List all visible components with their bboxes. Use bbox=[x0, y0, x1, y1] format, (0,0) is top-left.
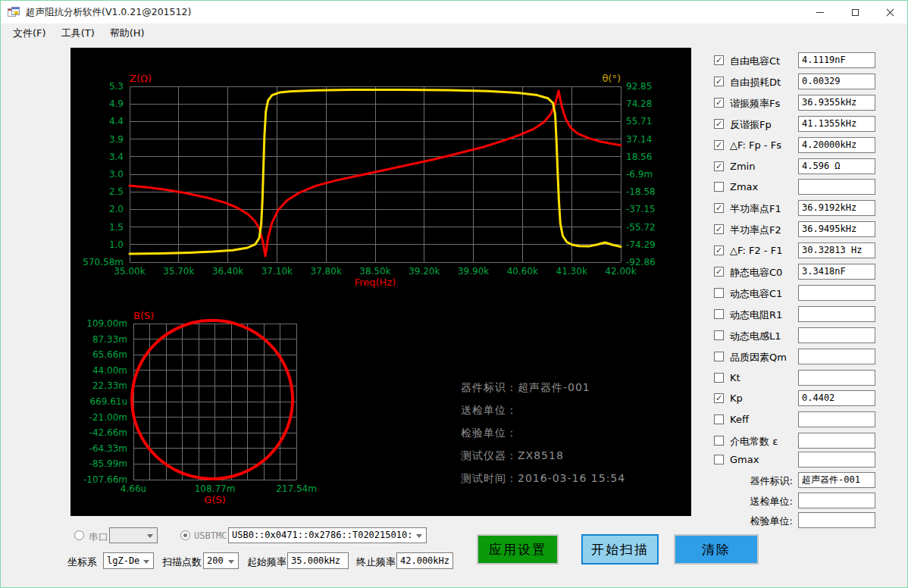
param-label: 半功率点F1 bbox=[730, 202, 781, 216]
param-value-field[interactable] bbox=[798, 433, 875, 449]
param-row: ✓半功率点F136.9192kHz bbox=[709, 199, 905, 218]
coord-system-combo[interactable]: lgZ-Deg bbox=[103, 552, 154, 569]
apply-settings-button[interactable]: 应用设置 bbox=[477, 534, 559, 565]
impedance-right-axis-title: θ(°) bbox=[602, 73, 621, 84]
maximize-button[interactable] bbox=[838, 1, 872, 23]
impedance-y-left-tick: 2.0 bbox=[109, 204, 124, 214]
param-value-field[interactable]: 4.20000kHz bbox=[798, 137, 875, 153]
impedance-y-right-tick: -55.72 bbox=[626, 222, 656, 233]
menu-tools[interactable]: 工具(T) bbox=[54, 24, 102, 42]
impedance-y-left-tick: 1.5 bbox=[109, 222, 124, 233]
serial-radio[interactable] bbox=[74, 530, 84, 540]
scan-points-combo[interactable]: 2001 bbox=[203, 552, 239, 569]
param-checkbox-8[interactable]: ✓ bbox=[714, 203, 724, 213]
chevron-down-icon bbox=[228, 560, 234, 564]
param-value-field[interactable] bbox=[798, 306, 875, 322]
admittance-y-left-tick: 669.61u bbox=[89, 396, 127, 407]
param-value-field[interactable]: 36.9495kHz bbox=[798, 221, 875, 237]
admittance-x-axis-title: G(S) bbox=[204, 494, 225, 505]
admittance-y-left-tick: 87.33m bbox=[92, 334, 127, 345]
identity-value-field[interactable]: 超声器件-001 bbox=[798, 472, 875, 488]
usbtmc-address-combo[interactable]: USB0::0x0471::0x2786::T020215010::INSTR bbox=[228, 527, 427, 543]
param-checkbox-5[interactable]: ✓ bbox=[714, 140, 724, 150]
param-checkbox-10[interactable]: ✓ bbox=[714, 246, 724, 255]
menu-help[interactable]: 帮助(H) bbox=[102, 24, 152, 42]
impedance-y-right-tick: 74.28 bbox=[626, 99, 652, 109]
param-value-field[interactable]: 36.9355kHz bbox=[798, 95, 875, 111]
param-checkbox-1[interactable]: ✓ bbox=[714, 55, 724, 65]
usbtmc-label: USBTMC bbox=[194, 530, 227, 541]
param-value-field[interactable] bbox=[798, 452, 875, 468]
param-checkbox-16[interactable] bbox=[714, 373, 724, 383]
title-bar: 超声阻抗分析软件(V1.0.21@201512) bbox=[1, 1, 907, 23]
param-value-field[interactable] bbox=[798, 285, 875, 301]
param-label: Kt bbox=[730, 372, 740, 383]
close-button[interactable] bbox=[872, 1, 907, 23]
impedance-x-tick: 35.70k bbox=[163, 266, 194, 277]
impedance-y-right-tick: 55.71 bbox=[626, 116, 652, 127]
chevron-down-icon bbox=[416, 534, 422, 538]
impedance-y-left-tick: 4.4 bbox=[109, 116, 124, 127]
param-value-field[interactable] bbox=[798, 349, 875, 364]
serial-port-combo[interactable] bbox=[109, 527, 158, 543]
param-checkbox-3[interactable]: ✓ bbox=[714, 98, 724, 108]
param-row: Keff bbox=[709, 410, 905, 430]
impedance-x-tick: 39.90k bbox=[458, 266, 489, 277]
impedance-y-left-tick: 1.0 bbox=[109, 239, 124, 250]
param-checkbox-19[interactable] bbox=[714, 436, 724, 446]
param-value-field[interactable] bbox=[798, 411, 875, 427]
app-icon bbox=[8, 7, 20, 17]
impedance-y-left-tick: 5.3 bbox=[109, 81, 124, 92]
param-checkbox-14[interactable] bbox=[714, 330, 724, 340]
start-scan-button[interactable]: 开始扫描 bbox=[581, 534, 659, 565]
param-checkbox-9[interactable]: ✓ bbox=[714, 224, 724, 234]
param-checkbox-6[interactable]: ✓ bbox=[714, 161, 724, 171]
minimize-button[interactable] bbox=[803, 1, 838, 23]
admittance-y-left-tick: 109.00m bbox=[86, 318, 127, 329]
param-checkbox-2[interactable]: ✓ bbox=[714, 77, 724, 86]
param-value-field[interactable] bbox=[798, 179, 875, 195]
param-value-field[interactable]: 30.32813 Hz bbox=[798, 242, 875, 258]
param-checkbox-7[interactable] bbox=[714, 182, 724, 192]
param-checkbox-17[interactable]: ✓ bbox=[714, 393, 724, 403]
param-row: 品质因素Qm bbox=[709, 347, 905, 367]
param-value-field[interactable] bbox=[798, 370, 875, 386]
identity-value-field[interactable] bbox=[798, 493, 875, 508]
impedance-y-left-tick: 2.5 bbox=[109, 186, 124, 197]
scan-points-value: 2001 bbox=[207, 553, 224, 568]
param-checkbox-13[interactable] bbox=[714, 309, 724, 319]
usbtmc-radio[interactable] bbox=[180, 530, 190, 540]
impedance-left-axis-title: Z(Ω) bbox=[130, 73, 152, 84]
close-icon bbox=[886, 8, 894, 17]
param-value-field[interactable]: 4.596 Ω bbox=[798, 158, 875, 174]
param-checkbox-20[interactable] bbox=[714, 455, 724, 464]
start-freq-input[interactable]: 35.000kHz bbox=[287, 552, 349, 569]
param-row: Zmax bbox=[709, 177, 905, 197]
param-checkbox-11[interactable]: ✓ bbox=[714, 267, 724, 277]
identity-value-field[interactable] bbox=[798, 512, 875, 528]
param-checkbox-15[interactable] bbox=[714, 352, 724, 361]
app-window: 超声阻抗分析软件(V1.0.21@201512) 文件(F) 工具(T) 帮助(… bbox=[0, 0, 908, 588]
identity-label: 器件标识: bbox=[709, 474, 793, 488]
admittance-x-tick: 108.77m bbox=[195, 483, 236, 494]
param-value-field[interactable]: 0.4402 bbox=[798, 390, 875, 406]
admittance-y-left-tick: 65.66m bbox=[92, 349, 127, 360]
stop-freq-input[interactable]: 42.000kHz bbox=[396, 552, 453, 569]
serial-port-value bbox=[113, 528, 143, 543]
param-value-field[interactable]: 41.1355kHz bbox=[798, 116, 875, 132]
clear-button[interactable]: 清除 bbox=[674, 534, 759, 565]
param-label: 动态电阻R1 bbox=[730, 308, 782, 322]
param-checkbox-18[interactable] bbox=[714, 414, 724, 424]
param-row: ✓△F: Fp - Fs4.20000kHz bbox=[709, 136, 905, 155]
param-value-field[interactable]: 36.9192kHz bbox=[798, 200, 875, 216]
param-value-field[interactable] bbox=[798, 327, 875, 343]
param-value-field[interactable]: 4.1119nF bbox=[798, 52, 875, 68]
param-checkbox-12[interactable] bbox=[714, 288, 724, 298]
admittance-y-left-tick: -64.33m bbox=[89, 443, 127, 454]
param-label: 静态电容C0 bbox=[730, 266, 782, 280]
admittance-y-left-tick: 44.00m bbox=[92, 365, 127, 376]
param-checkbox-4[interactable]: ✓ bbox=[714, 119, 724, 129]
menu-file[interactable]: 文件(F) bbox=[5, 24, 54, 42]
param-value-field[interactable]: 3.3418nF bbox=[798, 264, 875, 280]
param-value-field[interactable]: 0.00329 bbox=[798, 74, 875, 89]
